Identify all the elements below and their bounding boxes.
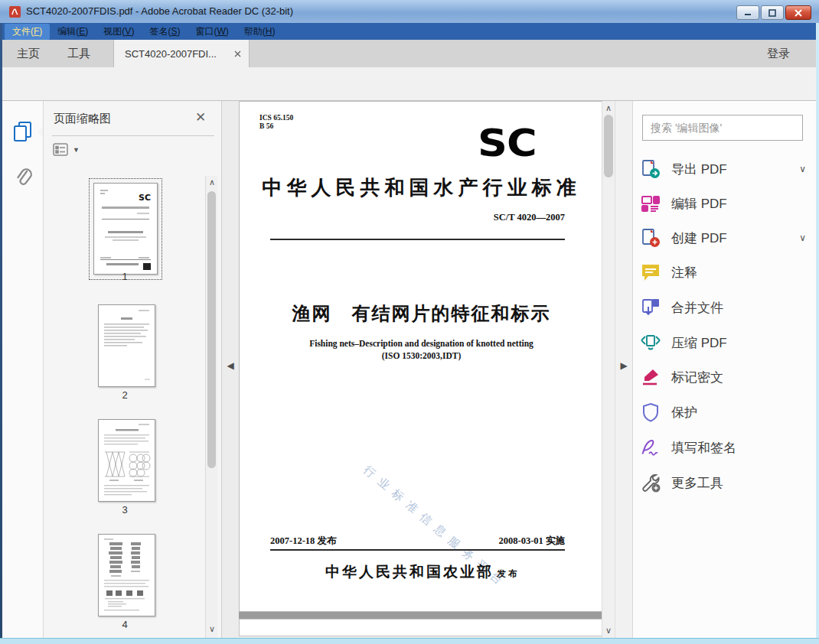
chevron-down-icon[interactable]: ∨ xyxy=(799,233,811,243)
scroll-up-icon[interactable]: ∧ xyxy=(206,177,218,187)
tool-label: 保护 xyxy=(671,404,811,421)
publisher-name: 中华人民共和国农业部 xyxy=(325,564,494,580)
thumbnail-page-4[interactable] xyxy=(98,534,155,616)
attachments-paperclip-icon[interactable] xyxy=(14,167,32,188)
pdf-page-1: ICS 65.150 B 56 SC 中华人民共和国水产行业标准 SC/T 40… xyxy=(239,101,602,612)
svg-text:SC: SC xyxy=(139,193,151,203)
edit-pdf-icon xyxy=(641,194,661,213)
navigation-rail xyxy=(2,101,44,638)
rule-line xyxy=(270,549,565,551)
pdf-app-icon xyxy=(9,6,21,18)
thumbnails-scrollbar[interactable]: ∧ ∨ xyxy=(205,176,217,638)
tool-label: 创建 PDF xyxy=(671,229,788,247)
menu-sign[interactable]: 签名(S) xyxy=(142,24,188,40)
tools-search-input[interactable] xyxy=(642,115,803,141)
protect-shield-icon xyxy=(641,402,661,422)
sc-logo: SC xyxy=(478,121,537,165)
compress-pdf-icon xyxy=(641,333,661,353)
tool-combine-files[interactable]: 合并文件 xyxy=(641,295,811,320)
tab-bar: 主页 工具 SCT4020-2007FDI... ? 登录 xyxy=(0,40,819,67)
menu-edit[interactable]: 编辑(E) xyxy=(50,24,96,40)
publisher-suffix: 发 布 xyxy=(497,568,517,579)
close-button[interactable] xyxy=(785,5,811,20)
tool-label: 编辑 PDF xyxy=(671,195,811,213)
combine-files-icon xyxy=(641,298,661,317)
chevron-down-icon: ▼ xyxy=(73,146,80,154)
menu-bar: 文件(F) 编辑(E) 视图(V) 签名(S) 窗口(W) 帮助(H) xyxy=(0,23,819,40)
tab-document-label: SCT4020-2007FDI... xyxy=(125,48,234,60)
tab-close-icon[interactable] xyxy=(234,50,241,57)
main-toolbar: 1 / 6 26.3% ▼ ▼ xyxy=(0,67,819,101)
tool-fill-sign[interactable]: 填写和签名 xyxy=(641,435,811,460)
window-border-right xyxy=(816,23,819,638)
standard-number: SC/T 4020—2007 xyxy=(240,212,565,223)
page-thumbnails-panel: 页面缩略图 ✕ ▼ SC xyxy=(44,101,222,638)
acrobat-reader-window: SCT4020-2007FDIS.pdf - Adobe Acrobat Rea… xyxy=(0,0,819,644)
tool-label: 更多工具 xyxy=(671,474,811,492)
chevron-down-icon[interactable]: ∨ xyxy=(799,164,811,174)
maximize-button[interactable] xyxy=(761,5,784,20)
right-panel-gutter: ▶ xyxy=(615,101,632,638)
tool-redact[interactable]: 标记密文 xyxy=(641,365,811,389)
thumbnail-label: 4 xyxy=(89,619,161,630)
tool-label: 标记密文 xyxy=(671,369,811,386)
login-button[interactable]: 登录 xyxy=(767,47,790,61)
rule-line xyxy=(270,239,565,240)
comment-icon xyxy=(641,262,661,282)
pdf-page-2-edge xyxy=(239,619,602,636)
tab-tools[interactable]: 工具 xyxy=(67,47,90,61)
collapse-left-panel-icon[interactable]: ◀ xyxy=(225,359,236,372)
window-title: SCT4020-2007FDIS.pdf - Adobe Acrobat Rea… xyxy=(26,5,293,17)
minimize-button[interactable] xyxy=(736,5,759,20)
tools-panel: 导出 PDF ∨ 编辑 PDF 创建 PDF ∨ xyxy=(632,101,816,638)
divider xyxy=(52,135,214,136)
tool-create-pdf[interactable]: 创建 PDF ∨ xyxy=(641,226,811,250)
page-gap xyxy=(239,612,602,619)
menu-help[interactable]: 帮助(H) xyxy=(237,24,283,40)
standard-title: 中华人民共和国水产行业标准 xyxy=(240,174,603,201)
active-panel-notch xyxy=(38,126,43,137)
tool-edit-pdf[interactable]: 编辑 PDF xyxy=(641,191,811,216)
tool-label: 合并文件 xyxy=(671,299,811,317)
thumbnail-page-3[interactable] xyxy=(98,419,155,502)
tool-label: 导出 PDF xyxy=(671,161,788,178)
panel-title: 页面缩略图 xyxy=(54,112,111,126)
thumbnail-page-2[interactable] xyxy=(98,304,155,387)
publisher-line: 中华人民共和国农业部 发 布 xyxy=(240,562,603,582)
document-main-title: 渔网 有结网片的特征和标示 xyxy=(240,301,603,326)
menu-window[interactable]: 窗口(W) xyxy=(188,24,236,40)
tab-document[interactable]: SCT4020-2007FDI... xyxy=(113,40,250,67)
more-tools-wrench-icon xyxy=(641,473,661,493)
menu-file[interactable]: 文件(F) xyxy=(5,24,50,40)
create-pdf-icon xyxy=(641,228,661,248)
tool-comment[interactable]: 注释 xyxy=(641,260,811,285)
tool-protect[interactable]: 保护 xyxy=(641,400,811,424)
title-bar: SCT4020-2007FDIS.pdf - Adobe Acrobat Rea… xyxy=(0,0,819,24)
tool-more-tools[interactable]: 更多工具 xyxy=(641,470,811,495)
tool-label: 填写和签名 xyxy=(671,439,811,457)
tool-export-pdf[interactable]: 导出 PDF ∨ xyxy=(641,157,811,181)
document-subtitle-english: Fishing nets–Description and designation… xyxy=(240,339,603,348)
implement-date: 2008-03-01 实施 xyxy=(240,535,565,548)
tool-label: 注释 xyxy=(671,264,811,281)
scrollbar-thumb[interactable] xyxy=(604,115,613,177)
window-border-bottom xyxy=(0,638,819,644)
scroll-down-icon[interactable]: ∨ xyxy=(206,624,218,634)
scroll-up-icon[interactable]: ∧ xyxy=(602,103,615,113)
tool-compress-pdf[interactable]: 压缩 PDF xyxy=(641,330,811,355)
panel-close-icon[interactable]: ✕ xyxy=(195,109,206,125)
document-scrollbar[interactable]: ∧ ∨ xyxy=(602,101,615,638)
thumbnail-options-button[interactable]: ▼ xyxy=(53,143,80,156)
menu-view[interactable]: 视图(V) xyxy=(96,24,142,40)
scroll-down-icon[interactable]: ∨ xyxy=(602,626,615,636)
fill-sign-pen-icon xyxy=(641,437,661,457)
iso-reference: (ISO 1530:2003,IDT) xyxy=(240,351,603,360)
page-thumbnails-icon[interactable] xyxy=(13,121,33,142)
ics-code: ICS 65.150 B 56 xyxy=(259,114,293,131)
tab-home[interactable]: 主页 xyxy=(17,47,40,61)
scrollbar-thumb[interactable] xyxy=(207,191,216,468)
tool-label: 压缩 PDF xyxy=(671,334,811,352)
thumbnail-page-1[interactable]: SC xyxy=(93,183,158,275)
expand-right-panel-icon[interactable]: ▶ xyxy=(618,359,629,372)
thumbnail-label: 2 xyxy=(89,389,161,401)
